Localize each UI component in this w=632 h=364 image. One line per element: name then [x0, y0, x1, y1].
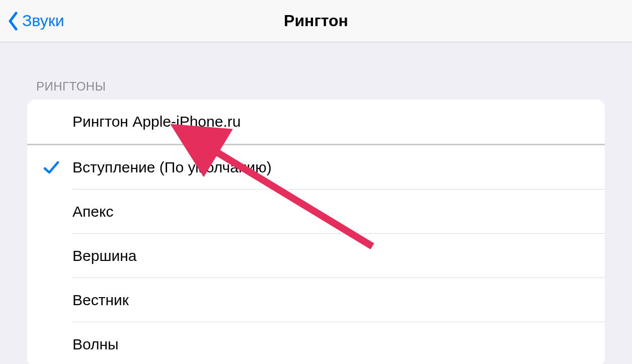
- ringtone-label: Вестник: [72, 292, 129, 309]
- ringtone-row[interactable]: Апекс: [27, 190, 605, 234]
- ringtone-list: Рингтон Apple-iPhone.ru Вступление (По у…: [27, 100, 605, 364]
- ringtone-row[interactable]: Вестник: [27, 278, 605, 322]
- ringtone-row[interactable]: Вступление (По умолчанию): [27, 145, 605, 190]
- ringtone-row[interactable]: Волны: [27, 322, 605, 364]
- ringtone-row[interactable]: Рингтон Apple-iPhone.ru: [27, 100, 605, 144]
- navigation-bar: Звуки Рингтон: [0, 0, 632, 42]
- ringtone-label: Рингтон Apple-iPhone.ru: [72, 113, 241, 130]
- section-header: РИНГТОНЫ: [27, 42, 605, 100]
- checkmark-icon: [42, 158, 60, 176]
- chevron-left-icon: [7, 11, 19, 31]
- ringtone-label: Вершина: [72, 247, 136, 264]
- ringtone-label: Вступление (По умолчанию): [72, 159, 272, 176]
- ringtone-row[interactable]: Вершина: [27, 234, 605, 278]
- back-label: Звуки: [22, 12, 64, 30]
- page-title: Рингтон: [0, 12, 632, 30]
- ringtone-label: Волны: [72, 336, 119, 353]
- content: РИНГТОНЫ Рингтон Apple-iPhone.ru Вступле…: [0, 42, 632, 364]
- back-button[interactable]: Звуки: [0, 0, 64, 42]
- ringtone-label: Апекс: [72, 203, 113, 220]
